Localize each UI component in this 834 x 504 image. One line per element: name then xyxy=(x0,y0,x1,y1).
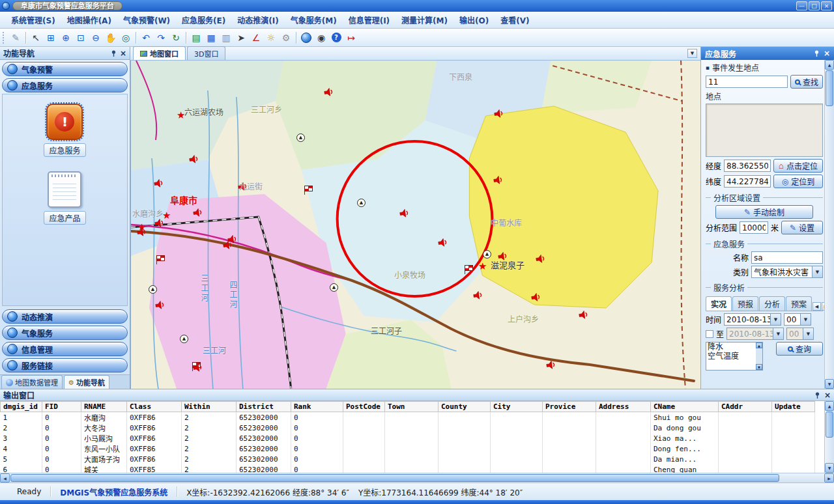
edit-pencil-icon[interactable]: ✎ xyxy=(8,31,23,45)
close-button[interactable]: × xyxy=(821,1,832,10)
element-list-box[interactable]: 降水 空气温度 ▲ ▼ xyxy=(706,342,763,371)
column-header[interactable]: Update xyxy=(772,402,815,412)
to-checkbox[interactable] xyxy=(706,330,713,338)
tab-scroll-left-icon[interactable]: ◀ xyxy=(812,302,821,311)
nav-group-weather-service[interactable]: 气象服务 xyxy=(2,326,128,340)
settings-gear-icon[interactable]: ⚙ xyxy=(279,31,293,45)
table-row[interactable]: 30小马厩沟0XFF86 26523020000 Xiao ma... xyxy=(1,433,815,443)
scroll-down-icon[interactable]: ▼ xyxy=(825,379,834,389)
nav-group-service-links[interactable]: 服务链接 xyxy=(2,358,128,372)
scroll-thumb[interactable] xyxy=(826,412,833,438)
menu-item[interactable]: 测量计算(M) xyxy=(395,12,453,27)
column-header[interactable]: PostCode xyxy=(343,402,385,412)
list-item[interactable]: 空气温度 xyxy=(706,352,755,361)
image-map-icon[interactable]: ▦ xyxy=(204,31,218,45)
menu-item[interactable]: 应急服务(E) xyxy=(176,12,231,27)
list-scrollbar[interactable]: ▲ ▼ xyxy=(756,343,762,370)
query-button[interactable]: 查询 xyxy=(776,342,823,356)
tab-forecast[interactable]: 预报 xyxy=(732,296,758,311)
place-list-box[interactable] xyxy=(706,104,823,157)
scroll-up-icon[interactable]: ▲ xyxy=(756,343,762,348)
select-arrow-icon[interactable]: ↖ xyxy=(29,31,43,45)
pan-hand-icon[interactable]: ✋ xyxy=(104,31,118,45)
start-hour-combo[interactable]: 00 ▼ xyxy=(784,313,811,326)
table-row[interactable]: 50大面场子沟0XFF86 26523020000 Da mian... xyxy=(1,454,815,464)
column-header[interactable]: Address xyxy=(596,402,651,412)
minimize-button[interactable]: — xyxy=(796,1,807,10)
column-header[interactable]: FID xyxy=(42,402,81,412)
menu-item[interactable]: 输出(O) xyxy=(453,12,495,27)
select-area-icon[interactable]: ⊞ xyxy=(44,31,58,45)
manual-draw-button[interactable]: ✎ 手动绘制 xyxy=(715,205,813,219)
column-header[interactable]: County xyxy=(439,402,491,412)
column-header[interactable]: Provice xyxy=(543,402,596,412)
event-location-input[interactable] xyxy=(706,76,788,88)
menu-item[interactable]: 系统管理(S) xyxy=(5,12,61,27)
pin-icon[interactable] xyxy=(111,50,117,57)
analysis-range-input[interactable] xyxy=(740,221,768,234)
tab-list-dropdown[interactable]: ▼ xyxy=(687,49,697,58)
chevron-down-icon[interactable]: ▼ xyxy=(773,328,783,339)
tab-function-navigation[interactable]: ⚙ 功能导航 xyxy=(64,375,109,389)
menu-item[interactable]: 信息管理(I) xyxy=(343,12,395,27)
column-header[interactable]: City xyxy=(491,402,543,412)
column-header[interactable]: Class xyxy=(127,402,182,412)
measure-icon[interactable]: ∠ xyxy=(249,31,263,45)
toolbar-grip[interactable] xyxy=(3,32,5,44)
menu-item[interactable]: 气象预警(W) xyxy=(117,12,176,27)
pin-icon[interactable] xyxy=(814,392,820,399)
column-header[interactable]: Town xyxy=(385,402,439,412)
column-header[interactable]: District xyxy=(237,402,291,412)
scroll-up-icon[interactable]: ▲ xyxy=(825,401,834,411)
zoom-in-icon[interactable]: ⊕ xyxy=(59,31,73,45)
close-icon[interactable]: × xyxy=(824,392,831,399)
close-icon[interactable]: × xyxy=(824,50,830,57)
output-vertical-scrollbar[interactable]: ▲ ▼ xyxy=(824,401,834,473)
tab-analysis[interactable]: 分析 xyxy=(759,296,785,311)
emergency-product-shortcut[interactable]: 应急产品 xyxy=(44,171,85,225)
nav-group-emergency-service[interactable]: 应急服务 xyxy=(2,78,128,92)
chevron-down-icon[interactable]: ▼ xyxy=(800,314,811,325)
end-hour-combo[interactable]: 00 ▼ xyxy=(786,328,814,340)
chevron-down-icon[interactable]: ▼ xyxy=(803,328,813,339)
output-horizontal-scrollbar[interactable]: ◀ ▶ xyxy=(0,473,834,483)
menu-item[interactable]: 气象服务(M) xyxy=(285,12,343,27)
column-header[interactable]: Rank xyxy=(291,402,343,412)
print-icon[interactable]: ▥ xyxy=(219,31,233,45)
globe-icon[interactable] xyxy=(299,31,313,45)
refresh-icon[interactable]: ↻ xyxy=(169,31,183,45)
chevron-down-icon[interactable]: ▼ xyxy=(812,266,822,277)
service-name-input[interactable] xyxy=(751,251,823,264)
scroll-down-icon[interactable]: ▼ xyxy=(825,463,834,473)
pin-icon[interactable] xyxy=(814,50,820,57)
column-header[interactable]: dmgis_id xyxy=(1,402,42,412)
full-extent-icon[interactable]: ◎ xyxy=(119,31,133,45)
menu-item[interactable]: 动态推演(I) xyxy=(231,12,284,27)
scroll-up-icon[interactable]: ▲ xyxy=(825,60,834,70)
list-item[interactable]: 降水 xyxy=(706,343,755,352)
column-header[interactable]: CAddr xyxy=(719,402,772,412)
help-icon[interactable]: ? xyxy=(329,31,343,45)
layers-icon[interactable]: ▤ xyxy=(189,31,203,45)
scroll-down-icon[interactable]: ▼ xyxy=(756,364,762,370)
right-panel-scrollbar[interactable]: ▲ ▼ xyxy=(824,60,834,389)
chevron-down-icon[interactable]: ▼ xyxy=(770,314,781,325)
scroll-thumb[interactable] xyxy=(826,70,833,106)
menu-item[interactable]: 地图操作(A) xyxy=(61,12,117,27)
longitude-input[interactable] xyxy=(724,160,771,172)
export-icon[interactable]: ↦ xyxy=(344,31,358,45)
service-type-combo[interactable]: 气象和洪水灾害 ▼ xyxy=(751,266,823,278)
menu-item[interactable]: 查看(V) xyxy=(495,12,535,27)
scroll-thumb[interactable] xyxy=(10,474,779,482)
end-date-combo[interactable]: 2010-08-13 ▼ xyxy=(726,328,784,340)
previous-view-icon[interactable]: ↶ xyxy=(139,31,153,45)
table-row[interactable]: 20大冬沟0XFF86 26523020000 Da dong gou xyxy=(1,423,815,433)
tab-plan[interactable]: 预案 xyxy=(786,296,812,311)
locate-to-button[interactable]: ◎ 定位到 xyxy=(773,175,823,188)
zoom-out-icon[interactable]: ⊖ xyxy=(89,31,103,45)
emergency-service-shortcut[interactable]: ! 应急服务 xyxy=(44,104,85,157)
nav-group-weather-warning[interactable]: 气象预警 xyxy=(2,62,128,76)
set-range-button[interactable]: ✎ 设置 xyxy=(781,221,823,234)
nav-group-dynamic-deduction[interactable]: 动态推演 xyxy=(2,309,128,324)
nav-group-information-management[interactable]: 信息管理 xyxy=(2,342,128,356)
